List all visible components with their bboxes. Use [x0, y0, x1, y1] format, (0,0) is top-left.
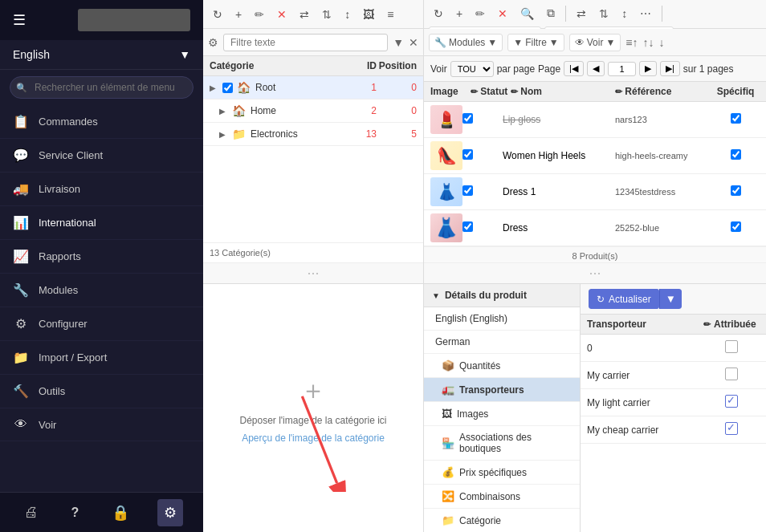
product-row-heels[interactable]: 👠 Women High Heels high-heels-creamy: [424, 138, 766, 174]
prod-add-btn[interactable]: +: [451, 4, 467, 23]
filtre-dropdown[interactable]: ▼ Filtre ▼: [507, 34, 564, 51]
category-row-root[interactable]: ▶ 🏠 Root 1 0: [203, 76, 423, 99]
electronics-toggle[interactable]: ▶: [219, 130, 232, 139]
carrier-0-check[interactable]: [703, 340, 760, 355]
home-toggle[interactable]: ▶: [219, 107, 232, 116]
sidebar-lang[interactable]: English ▼: [0, 40, 203, 70]
sidebar-item-rapports[interactable]: 📈 Rapports: [0, 240, 203, 274]
modules-label: Modules: [39, 284, 78, 296]
product-row-lipgloss[interactable]: 💄 Lip gloss nars123: [424, 102, 766, 138]
actualiser-btn[interactable]: ↻ Actualiser: [589, 289, 659, 309]
prev-page-btn[interactable]: ◀: [587, 61, 605, 76]
page-label: Page: [538, 63, 560, 75]
detail-prix-specifiques[interactable]: 💰 Prix spécifiques: [424, 461, 580, 485]
img-btn[interactable]: 🖼: [358, 5, 379, 24]
categories-dots: ···: [203, 262, 423, 283]
mycheapcarrier-checkbox[interactable]: [725, 422, 738, 435]
detail-combinaisons[interactable]: 🔀 Combinaisons: [424, 485, 580, 509]
help-icon[interactable]: ?: [67, 502, 83, 524]
mylightcarrier-checkbox[interactable]: [725, 395, 738, 408]
heels-checkbox[interactable]: [462, 149, 473, 160]
menu-search-input[interactable]: [10, 76, 194, 99]
detail-categorie[interactable]: 📁 Catégorie: [424, 509, 580, 532]
carrier-0-checkbox[interactable]: [725, 340, 738, 353]
edit-btn[interactable]: ✏: [250, 5, 269, 24]
first-page-btn[interactable]: |◀: [564, 61, 584, 76]
add-btn[interactable]: +: [230, 5, 247, 24]
dress-spec-cb[interactable]: [731, 221, 741, 232]
prod-delete-btn[interactable]: ✕: [493, 4, 512, 23]
mycheapcarrier-name: My cheap carrier: [587, 424, 703, 436]
category-row-home[interactable]: ▶ 🏠 Home 2 0: [203, 99, 423, 123]
filter-icon[interactable]: ▼: [393, 36, 404, 49]
print-icon[interactable]: 🖨: [20, 500, 43, 525]
categories-filter-input[interactable]: [223, 34, 388, 51]
heels-spec-cb[interactable]: [731, 149, 741, 160]
list-btn[interactable]: ≡: [382, 5, 398, 24]
sort-icon3: ↓: [658, 36, 664, 49]
dress1-spec-cb[interactable]: [731, 185, 741, 196]
per-page-select[interactable]: TOU: [450, 61, 494, 77]
col-position-header: Position: [377, 60, 417, 71]
detail-associations[interactable]: 🏪 Associations des boutiques: [424, 426, 580, 461]
prod-edit-btn[interactable]: ✏: [471, 4, 490, 23]
delete-btn[interactable]: ✕: [272, 5, 291, 24]
hamburger-icon[interactable]: ☰: [13, 11, 26, 29]
lipgloss-spec-cb[interactable]: [731, 113, 741, 124]
last-page-btn[interactable]: ▶|: [660, 61, 680, 76]
voir-dropdown[interactable]: 👁 Voir ▼: [569, 34, 621, 51]
detail-transporteurs[interactable]: 🚛 Transporteurs: [424, 378, 580, 402]
prod-move3-btn[interactable]: ↕: [617, 4, 632, 23]
move3-btn[interactable]: ↕: [340, 5, 355, 24]
root-checkbox[interactable]: [222, 83, 233, 93]
move2-btn[interactable]: ⇅: [317, 5, 336, 24]
sidebar-item-configurer[interactable]: ⚙ Configurer: [0, 307, 203, 341]
mycarrier-checkbox[interactable]: [725, 368, 738, 380]
detail-lang-english[interactable]: English (English): [424, 307, 580, 331]
lock-icon[interactable]: 🔒: [108, 500, 133, 526]
prod-copy-btn[interactable]: ⧉: [542, 3, 560, 23]
dress1-checkbox[interactable]: [462, 185, 473, 196]
detail-images[interactable]: 🖼 Images: [424, 402, 580, 426]
mylightcarrier-check[interactable]: [703, 395, 760, 410]
sidebar-item-service-client[interactable]: 💬 Service Client: [0, 139, 203, 173]
prod-more-btn[interactable]: ⋯: [635, 4, 656, 23]
root-toggle[interactable]: ▶: [210, 83, 222, 92]
product-row-dress1[interactable]: 👗 Dress 1 12345testdress: [424, 174, 766, 210]
english-lang-label: English (English): [435, 313, 507, 324]
sidebar-item-outils[interactable]: 🔨 Outils: [0, 375, 203, 408]
modules-dropdown[interactable]: 🔧 Modules ▼: [429, 34, 503, 51]
filter-clear-icon[interactable]: ✕: [409, 36, 418, 49]
dress-checkbox[interactable]: [462, 221, 473, 232]
carrier-row-mylightcarrier[interactable]: My light carrier: [581, 389, 766, 416]
detail-quantites[interactable]: 📦 Quantités: [424, 354, 580, 378]
page-input[interactable]: [608, 62, 636, 76]
move-btn[interactable]: ⇄: [295, 5, 314, 24]
sidebar-item-modules[interactable]: 🔧 Modules: [0, 274, 203, 307]
sidebar-item-livraison[interactable]: 🚚 Livraison: [0, 173, 203, 206]
prod-search-btn[interactable]: 🔍: [515, 4, 539, 23]
carrier-row-mycarrier[interactable]: My carrier: [581, 362, 766, 389]
carrier-row-0[interactable]: 0: [581, 335, 766, 362]
prod-move2-btn[interactable]: ⇅: [594, 4, 613, 23]
product-row-dress[interactable]: 👗 Dress 25252-blue: [424, 210, 766, 246]
carrier-row-mycheapcarrier[interactable]: My cheap carrier: [581, 416, 766, 444]
prod-refresh-btn[interactable]: ↻: [429, 4, 448, 23]
sidebar-item-import-export[interactable]: 📁 Import / Export: [0, 341, 203, 375]
next-page-btn[interactable]: ▶: [639, 61, 657, 76]
prod-move-btn[interactable]: ⇄: [572, 4, 591, 23]
detail-lang-german[interactable]: German: [424, 331, 580, 354]
sidebar-item-voir[interactable]: 👁 Voir: [0, 408, 203, 441]
actualiser-dropdown-btn[interactable]: ▼: [659, 289, 682, 309]
sidebar-item-commandes[interactable]: 📋 Commandes: [0, 105, 203, 139]
settings-icon[interactable]: ⚙: [157, 499, 183, 526]
category-upload-area[interactable]: ＋ Déposer l'image de la catégorie ici Ap…: [203, 284, 424, 532]
sidebar-item-international[interactable]: 📊 International: [0, 206, 203, 240]
electronics-name: Electronics: [251, 128, 344, 140]
category-row-electronics[interactable]: ▶ 📁 Electronics 13 5: [203, 123, 423, 146]
mycarrier-check[interactable]: [703, 368, 760, 383]
lipgloss-checkbox[interactable]: [462, 113, 473, 124]
refresh-btn[interactable]: ↻: [208, 5, 227, 24]
mycheapcarrier-check[interactable]: [703, 422, 760, 437]
detail-toggle[interactable]: ▼: [432, 291, 440, 300]
